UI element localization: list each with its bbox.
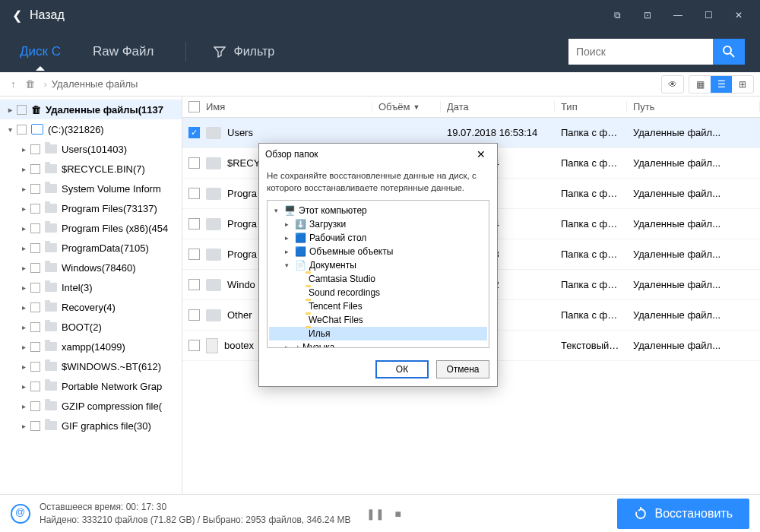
tree-label: GZIP compression file(	[62, 401, 162, 412]
folder-icon	[45, 164, 57, 173]
time-remaining: Оставшееся время: 00: 17: 30	[40, 501, 351, 514]
window-extra1-button[interactable]: ⧉	[602, 0, 632, 30]
folder-icon	[45, 342, 57, 351]
found-summary: Найдено: 333210 файлов (71.82 GB) / Выбр…	[40, 514, 351, 527]
file-type: Папка с фай...	[555, 279, 627, 290]
back-label: Назад	[30, 8, 65, 22]
tree-item[interactable]: ▸Portable Network Grap	[0, 376, 182, 396]
file-type: Папка с фай...	[555, 127, 627, 138]
dialog-cancel-button[interactable]: Отмена	[436, 360, 489, 378]
filter-label: Фильтр	[233, 45, 274, 59]
tree-drive-c[interactable]: ▾ (C:)(321826)	[0, 119, 182, 139]
col-type[interactable]: Тип	[555, 101, 627, 112]
pause-button[interactable]: ❚❚	[366, 508, 385, 520]
row-checkbox[interactable]	[188, 340, 200, 351]
tree-label: Users(101403)	[62, 144, 127, 155]
restore-button[interactable]: Восстановить	[617, 499, 749, 529]
tab-disk-c[interactable]: Диск C	[15, 33, 65, 70]
row-checkbox[interactable]	[188, 249, 200, 260]
tree-item[interactable]: Илья	[269, 327, 487, 340]
tree-item[interactable]: ▸🟦Объемные объекты	[269, 245, 487, 258]
file-name: Windo	[227, 279, 255, 290]
search-button[interactable]	[713, 39, 745, 65]
scan-progress-icon	[11, 504, 30, 524]
view-grid-button[interactable]: ▦	[689, 76, 711, 93]
view-list-button[interactable]: ☰	[711, 76, 732, 93]
tree-item[interactable]: ▸Users(101403)	[0, 139, 182, 159]
tree-item[interactable]: Camtasia Studio	[269, 272, 487, 286]
tree-label: Удаленные файлы(1137	[46, 104, 163, 116]
tree-item[interactable]: ▸Intel(3)	[0, 277, 182, 297]
dialog-ok-button[interactable]: ОК	[375, 360, 429, 378]
folder-tree[interactable]: ▸ 🗑 Удаленные файлы(1137 ▾ (C:)(321826) …	[0, 97, 182, 494]
view-details-button[interactable]: ⊞	[732, 76, 753, 93]
dialog-close-button[interactable]: ✕	[471, 146, 491, 163]
tree-item[interactable]: ▸GZIP compression file(	[0, 396, 182, 416]
tree-music[interactable]: ▸ ♪ Музыка	[269, 340, 487, 348]
col-date[interactable]: Дата	[441, 101, 555, 112]
dialog-message: Не сохраняйте восстановленные данные на …	[267, 169, 489, 194]
col-size[interactable]: Объём ▼	[372, 101, 441, 112]
tree-item[interactable]: ▸ProgramData(7105)	[0, 238, 182, 258]
col-name[interactable]: Имя	[182, 101, 372, 112]
search-input[interactable]	[568, 39, 713, 65]
file-name: Progra	[227, 218, 257, 230]
folder-icon	[206, 127, 221, 139]
tree-item[interactable]: Tencent Files	[269, 299, 487, 313]
tree-label: (C:)(321826)	[48, 124, 104, 135]
tree-item[interactable]: ▸GIF graphics file(30)	[0, 416, 182, 435]
tree-item[interactable]: ▸BOOT(2)	[0, 317, 182, 337]
tree-documents[interactable]: ▾ 📄 Документы	[269, 258, 487, 272]
row-checkbox[interactable]	[188, 279, 200, 290]
filter-button[interactable]: Фильтр	[214, 45, 274, 59]
tree-item[interactable]: ▸🟦Рабочий стол	[269, 231, 487, 245]
tree-item[interactable]: ▸$RECYCLE.BIN(7)	[0, 159, 182, 179]
tree-item[interactable]: ▸Program Files (x86)(454	[0, 218, 182, 238]
col-path[interactable]: Путь	[627, 101, 760, 112]
tree-item[interactable]: ▸System Volume Inform	[0, 179, 182, 198]
tree-deleted-files[interactable]: ▸ 🗑 Удаленные файлы(1137	[0, 100, 182, 119]
folder-icon	[45, 144, 57, 154]
stop-button[interactable]: ■	[395, 508, 401, 520]
row-checkbox[interactable]	[188, 188, 200, 199]
preview-toggle: 👁	[661, 75, 684, 93]
file-name: Progra	[227, 249, 257, 260]
file-name: Progra	[227, 188, 257, 199]
search-icon	[722, 45, 736, 59]
folder-icon	[45, 302, 57, 312]
tree-item[interactable]: ▸xampp(14099)	[0, 337, 182, 356]
row-checkbox[interactable]	[188, 218, 200, 230]
folder-icon: 🟦	[295, 233, 306, 243]
tree-label: xampp(14099)	[62, 341, 125, 353]
folder-icon: ⬇️	[295, 219, 306, 230]
tree-item[interactable]: WeChat Files	[269, 313, 487, 327]
tree-item[interactable]: Sound recordings	[269, 286, 487, 299]
preview-eye-button[interactable]: 👁	[662, 76, 683, 93]
row-checkbox[interactable]	[188, 157, 200, 169]
tree-this-pc[interactable]: ▾ 🖥️ Этот компьютер	[269, 204, 487, 217]
dialog-folder-tree[interactable]: ▾ 🖥️ Этот компьютер ▸⬇️Загрузки▸🟦Рабочий…	[267, 200, 489, 348]
file-name: Users	[227, 127, 253, 138]
file-path: Удаленные файл...	[627, 279, 760, 290]
window-extra2-button[interactable]: ⊡	[632, 0, 663, 30]
tree-item[interactable]: ▸Program Files(73137)	[0, 198, 182, 218]
folder-icon	[45, 204, 57, 213]
window-minimize-button[interactable]: ―	[663, 0, 693, 30]
nav-up-button[interactable]: ↑	[6, 75, 21, 93]
delete-button[interactable]: 🗑	[21, 75, 40, 93]
file-path: Удаленные файл...	[627, 340, 760, 351]
window-controls: ⧉ ⊡ ― ☐ ✕	[602, 0, 754, 30]
tree-label: ProgramData(7105)	[62, 242, 149, 254]
tree-item[interactable]: ▸Recovery(4)	[0, 297, 182, 317]
window-close-button[interactable]: ✕	[724, 0, 754, 30]
file-type: Папка с фай...	[555, 188, 627, 199]
file-type: Папка с фай...	[555, 218, 627, 230]
back-button[interactable]: ❮ Назад	[6, 8, 71, 23]
tree-item[interactable]: ▸Windows(78460)	[0, 258, 182, 277]
tree-item[interactable]: ▸⬇️Загрузки	[269, 217, 487, 231]
row-checkbox[interactable]	[188, 309, 200, 321]
row-checkbox[interactable]: ✓	[188, 127, 200, 138]
window-maximize-button[interactable]: ☐	[693, 0, 724, 30]
tab-raw-file[interactable]: Raw Файл	[88, 33, 159, 70]
tree-item[interactable]: ▸$WINDOWS.~BT(612)	[0, 356, 182, 376]
